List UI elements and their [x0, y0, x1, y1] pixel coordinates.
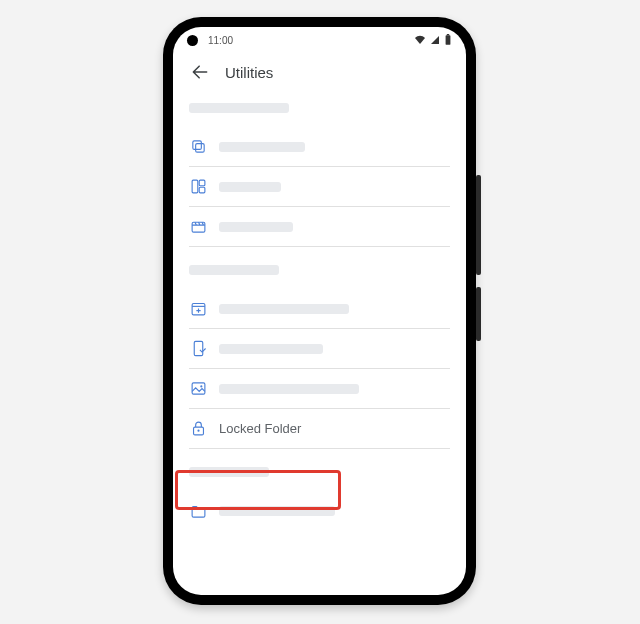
- svg-rect-3: [195, 144, 204, 153]
- front-camera: [187, 35, 198, 46]
- label-skeleton: [219, 384, 359, 394]
- volume-button: [476, 175, 481, 275]
- svg-rect-0: [446, 35, 451, 45]
- list-item-free-up-space[interactable]: [189, 127, 450, 167]
- status-bar: 11:00: [173, 27, 466, 53]
- label-skeleton: [219, 182, 281, 192]
- folder-icon: [189, 502, 207, 520]
- list-item-locked-folder[interactable]: Locked Folder: [189, 409, 450, 449]
- label-skeleton: [219, 304, 349, 314]
- label-skeleton: [219, 506, 335, 516]
- phone-check-icon: [189, 340, 207, 358]
- label-skeleton: [219, 344, 323, 354]
- screen: 11:00 Utilities: [173, 27, 466, 595]
- svg-rect-9: [194, 341, 203, 355]
- section-header-skeleton: [189, 103, 289, 113]
- svg-point-13: [197, 430, 199, 432]
- list-item-collage-maker[interactable]: [189, 167, 450, 207]
- svg-rect-5: [199, 180, 205, 186]
- svg-rect-4: [192, 180, 198, 193]
- svg-rect-6: [199, 187, 205, 193]
- list-item-browse-folders[interactable]: [189, 491, 450, 531]
- list-item-import-photos[interactable]: [189, 289, 450, 329]
- image-icon: [189, 380, 207, 398]
- phone-frame: 11:00 Utilities: [163, 17, 476, 605]
- clapper-icon: [189, 218, 207, 236]
- utilities-list: Locked Folder: [173, 103, 466, 541]
- app-bar: Utilities: [173, 53, 466, 97]
- list-item-gallery[interactable]: [189, 369, 450, 409]
- svg-rect-2: [192, 141, 201, 150]
- status-time: 11:00: [208, 35, 233, 46]
- list-item-label: Locked Folder: [219, 421, 301, 436]
- dashboard-icon: [189, 178, 207, 196]
- section-header-skeleton: [189, 265, 279, 275]
- copy-stack-icon: [189, 138, 207, 156]
- section-header-skeleton: [189, 467, 269, 477]
- svg-rect-1: [447, 34, 449, 35]
- battery-icon: [444, 34, 452, 46]
- wifi-icon: [414, 35, 426, 45]
- signal-icon: [430, 35, 440, 45]
- label-skeleton: [219, 222, 293, 232]
- list-item-movie-maker[interactable]: [189, 207, 450, 247]
- back-button[interactable]: [189, 61, 211, 83]
- power-button: [476, 287, 481, 341]
- label-skeleton: [219, 142, 305, 152]
- list-item-photo-scan[interactable]: [189, 329, 450, 369]
- svg-rect-10: [192, 383, 205, 394]
- lock-icon: [189, 420, 207, 438]
- add-photo-icon: [189, 300, 207, 318]
- svg-point-11: [200, 385, 202, 387]
- page-title: Utilities: [225, 64, 273, 81]
